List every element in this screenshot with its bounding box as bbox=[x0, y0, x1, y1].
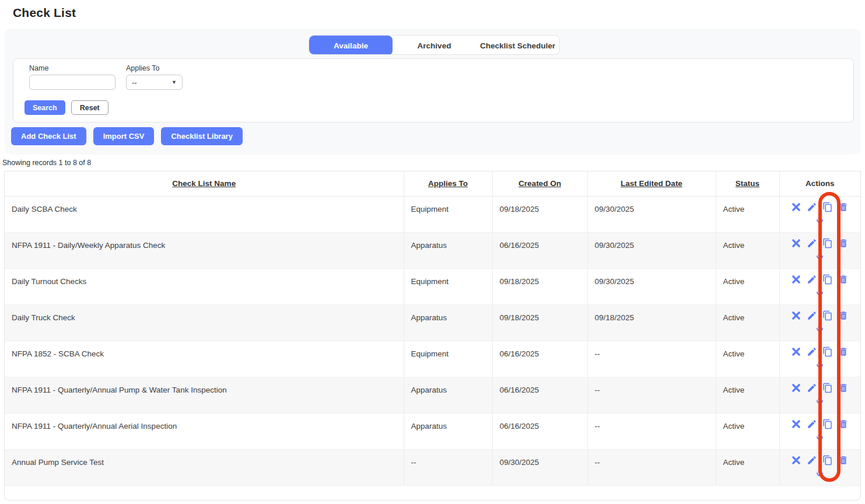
cell-last-edited-date: 09/18/2025 bbox=[587, 304, 716, 341]
download-icon[interactable] bbox=[815, 360, 824, 369]
cell-check-list-name: Annual Pump Service Test bbox=[5, 449, 404, 485]
cell-check-list-name: Daily Truck Check bbox=[5, 304, 404, 341]
column-header-status: Status bbox=[716, 172, 779, 196]
edit-icon[interactable] bbox=[807, 202, 817, 212]
import-csv-button[interactable]: Import CSV bbox=[93, 127, 155, 145]
cell-created-on: 09/18/2025 bbox=[492, 268, 587, 304]
copy-icon[interactable] bbox=[822, 455, 833, 466]
tab-available[interactable]: Available bbox=[309, 36, 393, 55]
chevron-down-icon: ▼ bbox=[171, 79, 177, 85]
name-label: Name bbox=[29, 64, 115, 72]
copy-icon[interactable] bbox=[822, 346, 833, 357]
table-header-row: Check List Name Applies To Created On La… bbox=[5, 172, 860, 196]
cell-actions bbox=[779, 196, 860, 232]
copy-icon[interactable] bbox=[822, 383, 833, 393]
cell-applies-to: -- bbox=[404, 449, 492, 485]
cell-last-edited-date: 09/30/2025 bbox=[587, 268, 716, 304]
download-icon[interactable] bbox=[815, 288, 824, 296]
cell-status: Active bbox=[716, 268, 779, 304]
cell-actions bbox=[779, 413, 860, 449]
edit-icon[interactable] bbox=[807, 310, 817, 321]
reset-button[interactable]: Reset bbox=[71, 100, 108, 115]
close-icon[interactable] bbox=[791, 346, 801, 357]
cell-applies-to: Apparatus bbox=[404, 232, 492, 268]
table-row: Annual Pump Service Test -- 09/30/2025 -… bbox=[5, 449, 860, 485]
cell-status: Active bbox=[716, 341, 779, 377]
records-summary: Showing records 1 to 8 of 8 bbox=[2, 159, 91, 167]
cell-applies-to: Equipment bbox=[404, 268, 492, 304]
copy-icon[interactable] bbox=[822, 238, 833, 249]
checklist-table-card: Check List Name Applies To Created On La… bbox=[4, 171, 861, 501]
edit-icon[interactable] bbox=[807, 383, 817, 393]
cell-actions bbox=[779, 232, 860, 268]
delete-icon[interactable] bbox=[838, 455, 849, 466]
download-icon[interactable] bbox=[815, 215, 824, 224]
cell-created-on: 09/30/2025 bbox=[492, 449, 587, 485]
cell-check-list-name: NFPA 1911 - Quarterly/Annual Pump & Wate… bbox=[5, 377, 404, 413]
close-icon[interactable] bbox=[791, 455, 801, 466]
tab-checklist-scheduler[interactable]: Checklist Scheduler bbox=[476, 36, 559, 55]
close-icon[interactable] bbox=[791, 310, 801, 321]
cell-created-on: 06/16/2025 bbox=[492, 413, 587, 449]
checklist-library-button[interactable]: Checklist Library bbox=[161, 127, 243, 145]
edit-icon[interactable] bbox=[807, 455, 817, 466]
download-icon[interactable] bbox=[815, 432, 824, 441]
delete-icon[interactable] bbox=[838, 202, 849, 212]
search-button[interactable]: Search bbox=[24, 100, 65, 115]
edit-icon[interactable] bbox=[807, 346, 817, 357]
checklist-page: Check List Available Archived Checklist … bbox=[0, 0, 865, 504]
cell-status: Active bbox=[716, 449, 779, 485]
cell-check-list-name: Daily Turnout Checks bbox=[5, 268, 404, 304]
cell-status: Active bbox=[716, 413, 779, 449]
close-icon[interactable] bbox=[791, 419, 801, 429]
filter-card: Available Archived Checklist Scheduler N… bbox=[5, 29, 861, 155]
edit-icon[interactable] bbox=[807, 419, 817, 429]
close-icon[interactable] bbox=[791, 238, 801, 249]
applies-to-label: Applies To bbox=[126, 64, 183, 72]
close-icon[interactable] bbox=[791, 202, 801, 212]
applies-to-select[interactable]: -- ▼ bbox=[126, 75, 183, 90]
delete-icon[interactable] bbox=[838, 310, 849, 321]
cell-check-list-name: NFPA 1852 - SCBA Check bbox=[5, 341, 404, 377]
action-bar: Add Check List Import CSV Checklist Libr… bbox=[11, 127, 243, 145]
delete-icon[interactable] bbox=[838, 383, 849, 393]
edit-icon[interactable] bbox=[807, 274, 817, 285]
cell-applies-to: Equipment bbox=[404, 341, 492, 377]
copy-icon[interactable] bbox=[822, 310, 833, 321]
page-title: Check List bbox=[13, 6, 76, 20]
delete-icon[interactable] bbox=[838, 274, 849, 285]
table-row: Daily Turnout Checks Equipment 09/18/202… bbox=[5, 268, 860, 304]
add-check-list-button[interactable]: Add Check List bbox=[11, 127, 86, 145]
cell-applies-to: Apparatus bbox=[404, 377, 492, 413]
applies-to-selected-value: -- bbox=[132, 78, 137, 87]
cell-created-on: 06/16/2025 bbox=[492, 377, 587, 413]
cell-last-edited-date: 09/30/2025 bbox=[587, 232, 716, 268]
download-icon[interactable] bbox=[815, 468, 824, 477]
copy-icon[interactable] bbox=[822, 419, 833, 429]
cell-check-list-name: NFPA 1911 - Daily/Weekly Apparatus Check bbox=[5, 232, 404, 268]
delete-icon[interactable] bbox=[838, 419, 849, 429]
cell-created-on: 09/18/2025 bbox=[492, 196, 587, 232]
download-icon[interactable] bbox=[815, 324, 824, 332]
tab-archived[interactable]: Archived bbox=[393, 36, 476, 55]
cell-actions bbox=[779, 377, 860, 413]
table-row: NFPA 1852 - SCBA Check Equipment 06/16/2… bbox=[5, 341, 860, 377]
cell-created-on: 06/16/2025 bbox=[492, 232, 587, 268]
cell-last-edited-date: -- bbox=[587, 449, 716, 485]
copy-icon[interactable] bbox=[822, 202, 833, 212]
column-header-actions: Actions bbox=[779, 172, 860, 196]
table-row: NFPA 1911 - Daily/Weekly Apparatus Check… bbox=[5, 232, 860, 268]
name-input[interactable] bbox=[29, 75, 115, 90]
copy-icon[interactable] bbox=[822, 274, 833, 285]
download-icon[interactable] bbox=[815, 396, 824, 405]
download-icon[interactable] bbox=[815, 251, 824, 260]
delete-icon[interactable] bbox=[838, 346, 849, 357]
table-row: NFPA 1911 - Quarterly/Annual Aerial Insp… bbox=[5, 413, 860, 449]
cell-applies-to: Apparatus bbox=[404, 304, 492, 341]
close-icon[interactable] bbox=[791, 274, 801, 285]
edit-icon[interactable] bbox=[807, 238, 817, 249]
table-row: NFPA 1911 - Quarterly/Annual Pump & Wate… bbox=[5, 377, 860, 413]
cell-last-edited-date: -- bbox=[587, 413, 716, 449]
delete-icon[interactable] bbox=[838, 238, 849, 249]
close-icon[interactable] bbox=[791, 383, 801, 393]
